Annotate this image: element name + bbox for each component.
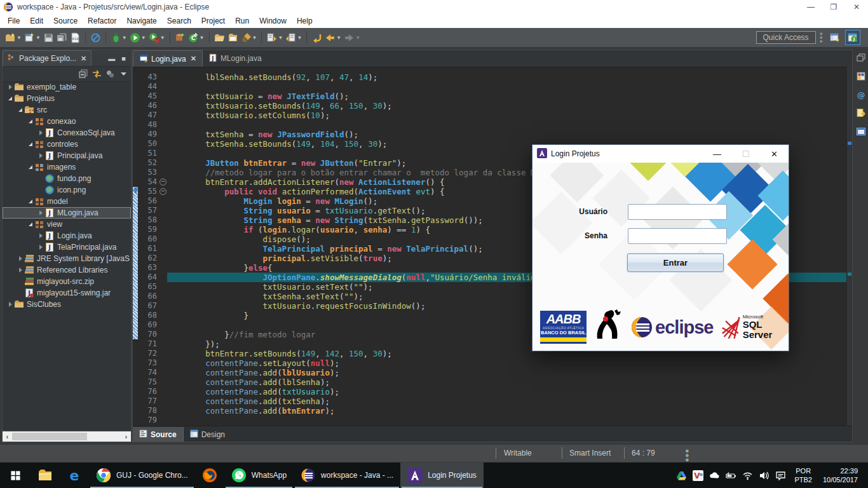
overview-ruler[interactable] (846, 67, 852, 426)
collapsed-arrow-icon[interactable] (17, 256, 24, 261)
tree-item-miglayout-src-zip[interactable]: miglayout-src.zip (3, 276, 131, 287)
debug-button[interactable]: ▼ (109, 30, 128, 45)
tree-item-exemplo-table[interactable]: exemplo_table (3, 81, 131, 93)
binary-file-button[interactable]: 010 (69, 30, 82, 45)
filters-button[interactable] (105, 69, 115, 79)
dialog-maximize-button[interactable]: ☐ (731, 145, 760, 163)
tree-item-jre-system-library-javas[interactable]: JRE System Library [JavaS (3, 253, 131, 264)
taskbar-item-firefox[interactable] (195, 463, 224, 488)
window-minimize-button[interactable]: — (799, 0, 822, 14)
dialog-close-button[interactable]: ✕ (760, 145, 789, 163)
tree-item-conexao[interactable]: conexao (3, 116, 131, 127)
tree-item-controles[interactable]: controles (3, 139, 131, 150)
code-line-76[interactable]: 76 contentPane.add(txtUsuario); (133, 387, 852, 396)
collapsed-arrow-icon[interactable] (6, 85, 14, 90)
code-line-46[interactable]: 46 txtUsuario.setBounds(149, 66, 150, 30… (133, 101, 852, 111)
tree-item-sisclubes[interactable]: SisClubes (3, 299, 131, 310)
dialog-minimize-button[interactable]: — (703, 145, 731, 163)
tree-item-telaprincipal-java[interactable]: JTelaPrincipal.java (3, 241, 131, 253)
tree-item-principal-java[interactable]: JPrincipal.java (3, 150, 131, 161)
tray-wifi-icon[interactable] (742, 470, 753, 481)
view-tab-source[interactable]: Source (133, 427, 184, 442)
tree-item-mlogin-java[interactable]: JMLogin.java (3, 207, 131, 219)
code-line-47[interactable]: 47 txtUsuario.setColumns(10); (133, 111, 852, 120)
tree-item-conexaosql-java[interactable]: JConexaoSql.java (3, 127, 131, 139)
code-line-48[interactable]: 48 (133, 120, 852, 130)
package-explorer-close-icon[interactable]: ✕ (81, 55, 86, 63)
tree-item-fundo-png[interactable]: fundo.png (3, 173, 131, 184)
expanded-arrow-icon[interactable] (27, 165, 34, 169)
expanded-arrow-icon[interactable] (27, 200, 34, 203)
save-button[interactable] (42, 30, 55, 45)
tray-media-v-icon[interactable]: Vo (693, 470, 703, 481)
code-line-73[interactable]: 73 contentPane.setLayout(null); (133, 358, 852, 368)
taskbar-item-file-explorer[interactable] (31, 463, 60, 488)
tray-action-center-icon[interactable] (775, 470, 786, 481)
explorer-maximize-icon[interactable]: ■ (121, 55, 126, 62)
expanded-arrow-icon[interactable] (27, 119, 34, 123)
code-line-49[interactable]: 49 txtSenha = new JPasswordField(); (133, 130, 852, 139)
task-list-icon[interactable] (856, 71, 866, 84)
taskbar-item-whatsapp[interactable]: WhatsApp (224, 463, 294, 488)
tray-gdrive-icon[interactable] (676, 470, 687, 481)
fold-collapse-icon[interactable]: − (159, 177, 167, 187)
new-class-button[interactable]: C▼ (187, 30, 206, 45)
code-line-43[interactable]: 43 lblSenha.setBounds(92, 107, 47, 14); (133, 72, 852, 82)
clock[interactable]: 22:3910/05/2017 (820, 466, 860, 484)
editor-tab-mlogin-java[interactable]: JMLogin.java (203, 50, 268, 67)
window-restore-button[interactable]: ❐ (822, 0, 845, 14)
prev-annotation-button[interactable]: ▼ (284, 30, 303, 45)
next-annotation-button[interactable]: ▼ (265, 30, 284, 45)
taskbar-item-chrome[interactable]: GUJ - Google Chro... (89, 463, 195, 488)
collapsed-arrow-icon[interactable] (17, 268, 24, 273)
menu-edit[interactable]: Edit (25, 15, 48, 27)
tree-item-projetus[interactable]: Projetus (3, 93, 131, 104)
collapsed-arrow-icon[interactable] (37, 245, 44, 250)
run-button[interactable]: ▼ (128, 30, 147, 45)
collapsed-arrow-icon[interactable] (37, 210, 44, 215)
javadoc-icon[interactable]: @ (856, 90, 866, 102)
tree-item-referenced-libraries[interactable]: Referenced Libraries (3, 264, 131, 276)
code-line-75[interactable]: 75 contentPane.add(lblSenha); (133, 377, 852, 387)
view-menu-button[interactable] (119, 69, 128, 79)
expanded-arrow-icon[interactable] (27, 142, 34, 146)
new-wizard-button[interactable]: ▼ (4, 30, 23, 45)
scroll-left-icon[interactable]: ‹ (3, 433, 12, 440)
new-package-button[interactable] (173, 30, 187, 45)
open-resource-button[interactable] (226, 30, 240, 45)
open-type-button[interactable] (213, 30, 226, 45)
code-line-77[interactable]: 77 contentPane.add(txtSenha); (133, 396, 852, 406)
menu-navigate[interactable]: Navigate (121, 15, 161, 27)
scroll-right-icon[interactable]: › (121, 433, 131, 440)
collapsed-arrow-icon[interactable] (6, 302, 14, 307)
back-button[interactable]: ▼ (323, 30, 342, 45)
open-perspective-button[interactable] (827, 30, 843, 45)
tab-close-icon[interactable]: ✕ (191, 55, 196, 63)
external-tools-button[interactable]: ▼ (147, 30, 166, 45)
tree-item-imagens[interactable]: imagens (3, 161, 131, 173)
editor-tab-login-java[interactable]: Login.java✕ (133, 50, 203, 67)
collapsed-arrow-icon[interactable] (37, 153, 44, 158)
menu-run[interactable]: Run (230, 15, 254, 27)
explorer-horizontal-scrollbar[interactable]: ‹ › (3, 431, 131, 442)
code-line-79[interactable]: 79 (133, 416, 852, 425)
collapse-all-button[interactable] (79, 69, 88, 79)
taskbar-item-login-a[interactable]: Login Projetus (400, 463, 484, 488)
user-input[interactable] (628, 204, 727, 220)
tree-item-src[interactable]: src (3, 104, 131, 116)
package-explorer-tab[interactable]: Package Explo... ✕ (3, 50, 92, 66)
menu-project[interactable]: Project (196, 15, 230, 27)
declaration-icon[interactable] (856, 108, 866, 121)
scrollbar-thumb[interactable] (12, 433, 87, 440)
code-line-45[interactable]: 45 txtUsuario = new JTextField(); (133, 92, 852, 101)
tray-battery-icon[interactable] (726, 470, 736, 481)
start-button[interactable] (0, 463, 31, 488)
collapsed-arrow-icon[interactable] (37, 130, 44, 135)
forward-button[interactable]: ▼ (342, 30, 362, 45)
quick-access-box[interactable]: Quick Access (756, 31, 816, 44)
tree-item-view[interactable]: view (3, 219, 131, 230)
menu-search[interactable]: Search (162, 15, 196, 27)
console-icon[interactable] (856, 126, 866, 139)
expanded-arrow-icon[interactable] (27, 222, 34, 226)
entrar-button[interactable]: Entrar (627, 254, 724, 272)
